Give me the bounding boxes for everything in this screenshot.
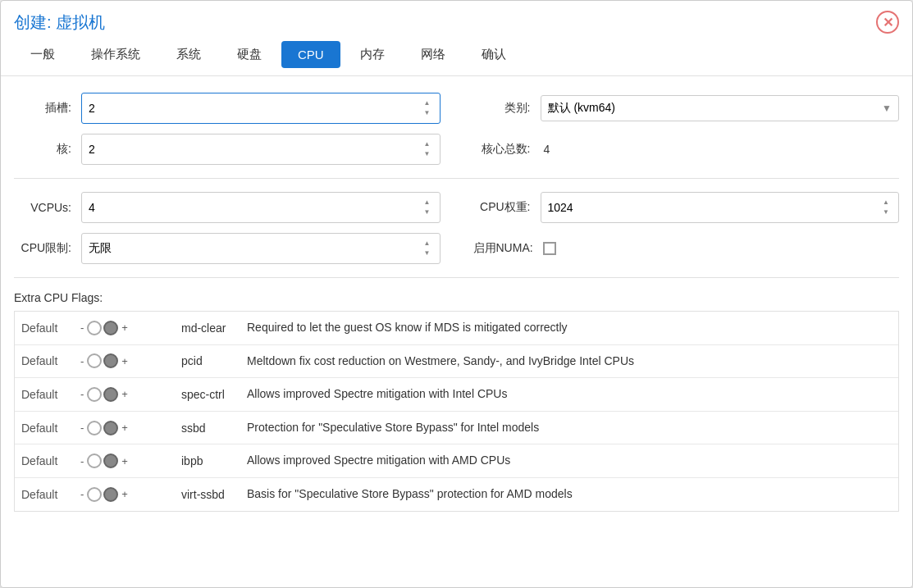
type-chevron-icon: ▼ xyxy=(882,103,892,114)
cpu-limit-input[interactable]: ▲ ▼ xyxy=(81,233,441,264)
flag-name: ssbd xyxy=(175,411,240,444)
toggle-minus-icon[interactable]: - xyxy=(79,488,85,500)
section-hardware: 插槽: ▲ ▼ 类别: 默认 (kvm64) ▼ 核: xyxy=(14,93,899,179)
flag-state: Default xyxy=(15,444,72,478)
flag-toggle[interactable]: - + xyxy=(72,477,175,510)
flag-name: ibpb xyxy=(175,444,240,478)
toggle-plus-icon[interactable]: + xyxy=(120,321,130,334)
flag-description: Protection for "Speculative Store Bypass… xyxy=(240,411,898,444)
numa-label: 启用NUMA: xyxy=(473,241,533,256)
sockets-input[interactable]: ▲ ▼ xyxy=(81,93,441,124)
tab-confirm[interactable]: 确认 xyxy=(465,40,523,69)
cores-field[interactable] xyxy=(89,143,422,156)
flag-name: virt-ssbd xyxy=(175,477,240,510)
flags-row: Default - + md-clear Required to let the… xyxy=(15,312,898,344)
tab-memory[interactable]: 内存 xyxy=(344,40,401,69)
toggle-off-circle[interactable] xyxy=(87,454,102,468)
cpu-limit-label: CPU限制: xyxy=(14,241,71,256)
toggle-on-circle[interactable] xyxy=(103,387,118,402)
toggle-on-circle[interactable] xyxy=(103,321,118,335)
type-row: 类别: 默认 (kvm64) ▼ xyxy=(473,93,900,124)
flag-name: spec-ctrl xyxy=(175,378,240,412)
cpu-weight-row: CPU权重: ▲ ▼ xyxy=(473,192,900,223)
tab-network[interactable]: 网络 xyxy=(404,40,462,69)
tab-disk[interactable]: 硬盘 xyxy=(221,40,278,69)
cpu-weight-down-arrow[interactable]: ▼ xyxy=(880,207,892,217)
sockets-up-arrow[interactable]: ▲ xyxy=(422,98,433,108)
toggle-off-circle[interactable] xyxy=(87,353,102,368)
cores-label: 核: xyxy=(14,142,71,157)
cores-down-arrow[interactable]: ▼ xyxy=(422,149,433,159)
cpu-limit-field[interactable] xyxy=(89,242,422,255)
toggle-group: - + xyxy=(79,387,168,402)
toggle-group: - + xyxy=(79,487,168,502)
extra-flags-label: Extra CPU Flags: xyxy=(14,291,899,304)
cpu-limit-down-arrow[interactable]: ▼ xyxy=(422,248,433,258)
toggle-on-circle[interactable] xyxy=(103,421,118,435)
flag-toggle[interactable]: - + xyxy=(72,411,175,444)
numa-checkbox[interactable] xyxy=(543,242,556,255)
flag-toggle[interactable]: - + xyxy=(72,344,175,378)
vcpus-arrows: ▲ ▼ xyxy=(422,198,433,217)
toggle-plus-icon[interactable]: + xyxy=(120,488,130,500)
toggle-plus-icon[interactable]: + xyxy=(120,455,130,467)
cpu-limit-up-arrow[interactable]: ▲ xyxy=(422,239,433,248)
total-cores-label: 核心总数: xyxy=(473,142,531,157)
tab-general[interactable]: 一般 xyxy=(14,40,71,69)
vcpus-up-arrow[interactable]: ▲ xyxy=(422,198,433,207)
vcpus-input[interactable]: ▲ ▼ xyxy=(81,192,441,223)
vcpus-down-arrow[interactable]: ▼ xyxy=(422,207,433,217)
toggle-off-circle[interactable] xyxy=(87,321,102,335)
flag-state: Default xyxy=(15,477,72,510)
tab-system[interactable]: 系统 xyxy=(160,40,217,69)
toggle-minus-icon[interactable]: - xyxy=(79,388,85,400)
close-button[interactable]: ✕ xyxy=(876,11,899,34)
vcpus-field[interactable] xyxy=(89,201,422,214)
flags-table: Default - + md-clear Required to let the… xyxy=(15,312,898,511)
total-cores-row: 核心总数: 4 xyxy=(473,134,900,165)
cores-input[interactable]: ▲ ▼ xyxy=(81,134,441,165)
section-vcpu: VCPUs: ▲ ▼ CPU权重: ▲ ▼ xyxy=(14,192,899,278)
flag-description: Basis for "Speculative Store Bypass" pro… xyxy=(240,477,898,510)
toggle-group: - + xyxy=(79,321,168,335)
cpu-weight-field[interactable] xyxy=(548,201,881,214)
flag-state: Default xyxy=(15,344,72,378)
cores-row: 核: ▲ ▼ xyxy=(14,134,441,165)
dialog-header: 创建: 虚拟机 ✕ xyxy=(1,1,912,34)
flag-description: Meltdown fix cost reduction on Westmere,… xyxy=(240,344,898,378)
sockets-arrows: ▲ ▼ xyxy=(422,98,433,118)
flag-description: Required to let the guest OS know if MDS… xyxy=(240,312,898,344)
toggle-plus-icon[interactable]: + xyxy=(120,422,130,434)
tab-cpu[interactable]: CPU xyxy=(281,41,340,68)
flag-toggle[interactable]: - + xyxy=(72,444,175,478)
toggle-on-circle[interactable] xyxy=(103,487,118,502)
toggle-off-circle[interactable] xyxy=(87,387,102,402)
cpu-weight-up-arrow[interactable]: ▲ xyxy=(880,198,892,207)
toggle-minus-icon[interactable]: - xyxy=(79,355,85,367)
vcpus-row: VCPUs: ▲ ▼ xyxy=(14,192,441,223)
toggle-group: - + xyxy=(79,421,168,435)
cores-up-arrow[interactable]: ▲ xyxy=(422,139,433,149)
flag-toggle[interactable]: - + xyxy=(72,378,175,412)
toggle-plus-icon[interactable]: + xyxy=(120,355,130,367)
sockets-down-arrow[interactable]: ▼ xyxy=(422,108,433,118)
toggle-minus-icon[interactable]: - xyxy=(79,455,85,467)
cpu-weight-input[interactable]: ▲ ▼ xyxy=(541,192,900,223)
toggle-off-circle[interactable] xyxy=(87,487,102,502)
toggle-minus-icon[interactable]: - xyxy=(79,321,85,334)
toggle-off-circle[interactable] xyxy=(87,421,102,435)
flag-toggle[interactable]: - + xyxy=(72,312,175,344)
flags-row: Default - + spec-ctrl Allows improved Sp… xyxy=(15,378,898,412)
cpu-limit-arrows: ▲ ▼ xyxy=(422,239,433,258)
tab-os[interactable]: 操作系统 xyxy=(75,40,157,69)
cpu-limit-row: CPU限制: ▲ ▼ xyxy=(14,233,441,264)
type-select[interactable]: 默认 (kvm64) ▼ xyxy=(541,95,900,121)
dialog-title: 创建: 虚拟机 xyxy=(14,11,105,34)
toggle-on-circle[interactable] xyxy=(103,353,118,368)
sockets-field[interactable] xyxy=(89,102,422,115)
flag-description: Allows improved Spectre mitigation with … xyxy=(240,444,898,478)
toggle-on-circle[interactable] xyxy=(103,454,118,468)
toggle-plus-icon[interactable]: + xyxy=(120,388,130,400)
toggle-minus-icon[interactable]: - xyxy=(79,422,85,434)
flag-description: Allows improved Spectre mitigation with … xyxy=(240,378,898,412)
